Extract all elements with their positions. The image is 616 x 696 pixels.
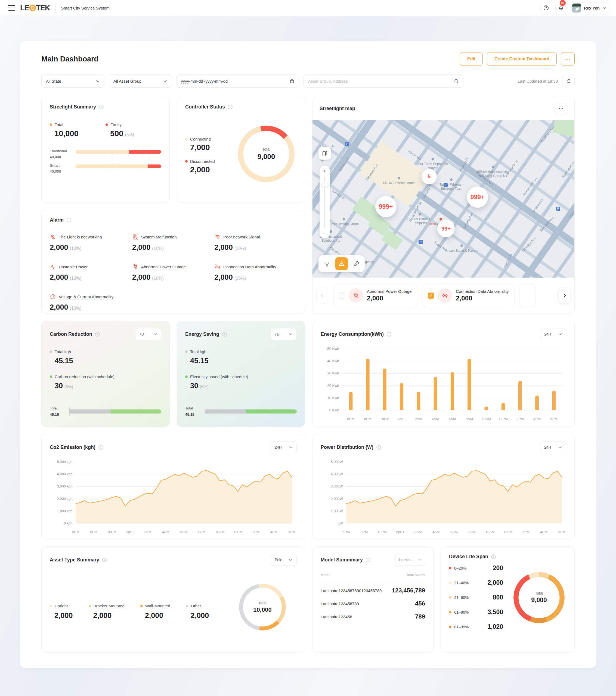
dashboard-more-button[interactable]: ⋯ xyxy=(561,52,575,66)
map-poi-label: Aur Torah Sephardic Minyan xyxy=(415,158,451,170)
map-parking-icon: P xyxy=(418,240,422,244)
chevron-down-icon xyxy=(96,79,100,83)
map-poi-label: Covid Testing Group xyxy=(326,218,362,226)
alarm-item-label[interactable]: Poor network Signal xyxy=(223,235,260,239)
power-distribution-card: Power Distribution (W) 24H 0W1,000W2,000… xyxy=(312,434,575,539)
svg-text:1,000 kgh: 1,000 kgh xyxy=(57,509,72,513)
date-range-field[interactable] xyxy=(181,79,287,83)
info-icon[interactable] xyxy=(98,445,103,450)
saving-range-select[interactable]: 7D xyxy=(271,328,297,340)
user-menu[interactable]: Rex Yen xyxy=(570,2,610,14)
edit-button[interactable]: Edit xyxy=(460,52,483,66)
card-title: Controller Status xyxy=(185,104,225,110)
notifications-button[interactable]: 99 xyxy=(555,2,567,14)
asset-type-legend-item: Wall-Mounted2,000 xyxy=(140,604,170,620)
alarm-gauge-icon xyxy=(50,294,56,300)
alarm-item-label[interactable]: Unstable Power xyxy=(59,265,88,269)
alarm-item-label[interactable]: Abnormal Power Outage xyxy=(141,265,186,269)
info-icon[interactable] xyxy=(228,105,233,110)
info-icon[interactable] xyxy=(99,105,104,110)
chip-label: Abnormal Power Outage xyxy=(367,289,412,294)
svg-text:10PM: 10PM xyxy=(378,530,387,534)
svg-text:0W: 0W xyxy=(338,521,343,525)
map-cluster-marker[interactable]: 5 xyxy=(421,169,437,184)
state-select[interactable]: All State xyxy=(41,75,105,88)
asset-group-select[interactable]: All Asset Group xyxy=(109,75,172,88)
map-more-button[interactable]: ⋯ xyxy=(555,103,567,114)
info-icon[interactable] xyxy=(66,218,72,223)
map-parking-icon: P xyxy=(345,142,349,146)
alarm-item: Unstable Power2,000(10%) xyxy=(50,264,132,282)
energy-consumption-card: Energy Consumption(kWh) 24H 0 Kwh10 Kwh2… xyxy=(312,321,575,427)
map-cluster-marker[interactable]: 999+ xyxy=(375,196,397,217)
chip-value: 2,000 xyxy=(456,295,509,302)
map-canvas[interactable]: Steinway AveGadsen PlFerndale AveSaxon A… xyxy=(312,120,574,278)
alarm-card: Alarm The Light is not working2,000(10%)… xyxy=(41,210,305,314)
card-title: Streetlight map xyxy=(320,106,355,111)
zoom-slider-track[interactable] xyxy=(324,176,325,227)
create-custom-dashboard-button[interactable]: Create Custom Dashboard xyxy=(487,52,557,66)
legend-dot xyxy=(89,605,91,607)
info-icon[interactable] xyxy=(95,332,100,337)
info-icon[interactable] xyxy=(386,332,391,337)
chip-checkbox[interactable]: ✓ xyxy=(428,292,434,299)
streetlight-bar-row: Smart40,000 xyxy=(76,164,161,168)
info-icon[interactable] xyxy=(222,332,227,337)
poi-pin-icon xyxy=(431,157,435,161)
map-cluster-marker[interactable]: 999+ xyxy=(467,187,488,208)
model-type-select[interactable]: Lumin... xyxy=(395,554,425,566)
alarm-item-label[interactable]: The Light is not working xyxy=(59,235,102,239)
alarm-item-value: 2,000(10%) xyxy=(132,243,215,252)
map-type-button[interactable] xyxy=(319,147,331,160)
leotek-logo[interactable]: LETEK xyxy=(20,4,50,12)
zoom-in-button[interactable]: + xyxy=(323,168,326,174)
date-range-input[interactable] xyxy=(176,75,299,88)
map-alarm-chip[interactable]: Abnormal Power Outage2,000 xyxy=(333,284,417,307)
co2-range-select[interactable]: 24H xyxy=(271,441,297,453)
legend-dot xyxy=(140,605,143,607)
card-title: Asset Type Summary xyxy=(50,557,99,563)
alarms-layer-button[interactable] xyxy=(335,257,348,270)
power-distribution-chart: 0W1,000W2,000W3,000W4,000W5,000W6PM8PM10… xyxy=(321,458,566,537)
chevron-down-icon xyxy=(289,445,293,449)
maintenance-layer-button[interactable] xyxy=(350,257,363,270)
map-alarm-chip-partial[interactable] xyxy=(520,284,536,307)
svg-text:12PM: 12PM xyxy=(498,417,508,421)
asset-type-select[interactable]: Pole xyxy=(271,554,297,566)
info-icon[interactable] xyxy=(102,557,107,563)
carousel-left-button[interactable] xyxy=(316,288,328,303)
consumption-range-select[interactable]: 24H xyxy=(540,328,566,340)
search-input[interactable] xyxy=(304,75,463,88)
map-park xyxy=(552,120,574,140)
zoom-slider-handle[interactable] xyxy=(321,183,328,187)
legend-value: 2,000 xyxy=(55,612,73,620)
info-icon[interactable] xyxy=(491,554,496,559)
info-icon[interactable] xyxy=(376,445,381,450)
lights-layer-button[interactable] xyxy=(320,257,334,270)
help-button[interactable] xyxy=(540,2,552,14)
map-cluster-marker[interactable]: 99+ xyxy=(437,220,455,237)
zoom-out-button[interactable]: − xyxy=(323,230,326,236)
carbon-range-select[interactable]: 7D xyxy=(135,328,161,340)
donut-total-value: 9,000 xyxy=(257,153,275,161)
alarm-item-label[interactable]: Voltage & Current Abnormality xyxy=(59,295,113,299)
chip-checkbox[interactable] xyxy=(339,292,345,299)
connecting-value: 7,000 xyxy=(190,143,215,152)
total-value: 10,000 xyxy=(55,129,106,138)
alarm-item-label[interactable]: System Malfunction xyxy=(141,235,177,239)
asset-type-summary-card: Asset Type Summary Pole Upright2,000Brac… xyxy=(41,547,305,652)
refresh-button[interactable] xyxy=(562,75,575,87)
hamburger-menu-icon[interactable] xyxy=(8,5,15,11)
warning-triangle-icon xyxy=(338,260,345,267)
carousel-right-button[interactable] xyxy=(559,288,571,303)
svg-text:3,000W: 3,000W xyxy=(331,484,343,488)
alarm-item-label[interactable]: Connection Data Abnormality xyxy=(223,265,276,269)
power-range-select[interactable]: 24H xyxy=(540,441,566,453)
state-select-value: All State xyxy=(46,79,61,83)
info-icon[interactable] xyxy=(366,557,371,563)
legend-value: 3,500 xyxy=(478,608,503,616)
poi-pin-icon xyxy=(460,244,464,248)
legend-value: 2,000 xyxy=(478,579,503,586)
search-field[interactable] xyxy=(308,79,451,83)
map-alarm-chip[interactable]: ✓Connection Data Abnormality2,000 xyxy=(422,284,514,307)
